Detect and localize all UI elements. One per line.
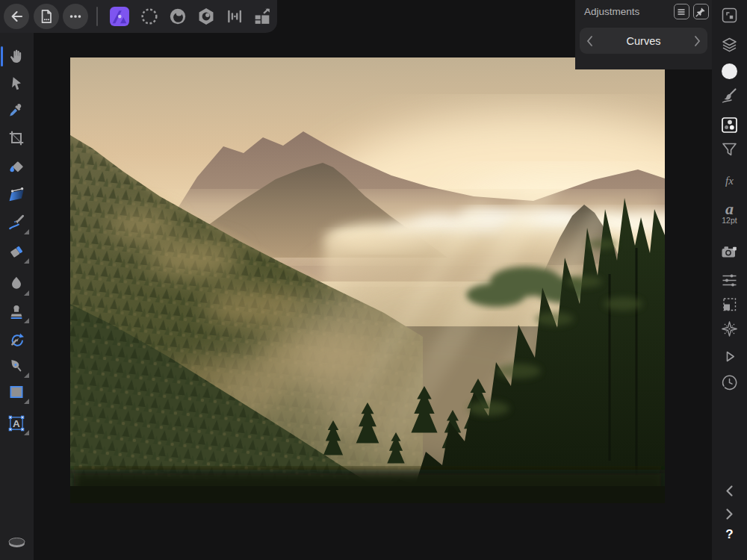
filter-funnel-icon — [719, 140, 740, 160]
crop-icon — [7, 128, 26, 148]
gradient-tool[interactable] — [7, 184, 26, 204]
right-studio-rail: fx a 12pt — [712, 0, 747, 560]
view-tool[interactable] — [7, 46, 26, 66]
help-button[interactable]: ? — [712, 527, 747, 542]
shape-tool[interactable] — [7, 382, 26, 402]
snapping-star-icon — [719, 319, 740, 339]
adjustment-selector[interactable]: Curves — [580, 28, 707, 54]
color-swatch-icon — [719, 61, 740, 81]
liquify-persona[interactable] — [139, 6, 160, 27]
eyedropper-icon — [7, 101, 26, 120]
develop-icon — [167, 6, 188, 27]
hand-icon — [7, 46, 26, 66]
collapse-right-button[interactable] — [719, 504, 740, 524]
subtool-indicator — [24, 258, 29, 264]
vector-pen-tool[interactable] — [7, 356, 26, 376]
play-icon — [719, 346, 740, 367]
chevron-right-icon[interactable] — [693, 34, 701, 48]
adjustments-icon — [719, 115, 740, 135]
undo-brush-tool[interactable] — [7, 330, 26, 349]
subtool-indicator — [24, 399, 29, 404]
chevron-left-icon — [719, 481, 740, 501]
subtool-indicator — [24, 229, 29, 234]
more-button[interactable] — [63, 4, 88, 29]
text-tool-glyph: A — [13, 418, 20, 429]
app-window: A — [0, 0, 747, 560]
text-tool[interactable]: A — [7, 414, 26, 433]
chevron-left-icon[interactable] — [586, 34, 594, 48]
pin-icon — [695, 6, 707, 18]
tone-mapping-persona[interactable] — [196, 6, 217, 27]
layer-fx-panel-button[interactable]: fx — [719, 170, 740, 190]
document-view-icon — [719, 5, 740, 25]
adjustments-menu-button[interactable] — [674, 4, 689, 19]
selections-persona[interactable] — [224, 6, 245, 27]
paint-bucket-icon — [7, 157, 26, 176]
subtool-indicator — [24, 318, 29, 323]
chevron-right-icon — [719, 504, 740, 524]
cursor-arrow-icon — [7, 74, 26, 93]
photo-persona[interactable] — [109, 6, 130, 27]
color-panel-button[interactable] — [719, 61, 740, 81]
fx-label: fx — [725, 175, 734, 187]
color-picker-tool[interactable] — [7, 101, 26, 120]
adjustments-panel-button[interactable] — [719, 115, 740, 135]
document-icon — [37, 7, 56, 26]
sliders-icon — [719, 270, 740, 290]
left-tool-rail: A — [0, 0, 34, 560]
gradient-icon — [7, 184, 26, 204]
develop-persona[interactable] — [167, 6, 188, 27]
history-panel-button[interactable] — [719, 373, 740, 393]
active-tool-indicator — [1, 46, 3, 66]
font-size-label: 12pt — [712, 216, 747, 225]
landscape-photo — [70, 57, 665, 503]
liquify-icon — [139, 6, 160, 27]
layers-icon — [719, 35, 740, 55]
clone-tool[interactable] — [7, 302, 26, 321]
document-menu-button[interactable] — [34, 4, 59, 29]
fx-icon: fx — [719, 170, 740, 190]
undo-brush-icon — [7, 330, 26, 349]
filters-panel-button[interactable] — [719, 140, 740, 160]
selected-adjustment-label: Curves — [627, 35, 661, 47]
blur-tool[interactable] — [7, 274, 26, 293]
ellipsis-icon — [66, 7, 85, 26]
adjustments-panel: Adjustments Curves — [575, 0, 712, 69]
move-tool[interactable] — [7, 74, 26, 93]
panel-pin-button[interactable] — [693, 4, 709, 19]
camera-icon — [719, 242, 740, 262]
affinity-photo-icon — [109, 6, 130, 27]
subtool-indicator — [24, 373, 29, 378]
export-icon — [252, 6, 273, 27]
selections-icon — [224, 6, 245, 27]
crop-tool[interactable] — [7, 128, 26, 148]
collapse-left-button[interactable] — [719, 481, 740, 501]
arrow-left-icon — [7, 7, 26, 26]
document-panel-button[interactable] — [719, 5, 740, 25]
stock-panel-button[interactable] — [719, 242, 740, 262]
toolbar-divider — [96, 7, 98, 26]
subtool-indicator — [24, 290, 29, 296]
snapping-panel-button[interactable] — [719, 319, 740, 339]
paint-brush-tool[interactable] — [7, 213, 26, 232]
channels-panel-button[interactable] — [719, 270, 740, 290]
back-button[interactable] — [4, 4, 29, 29]
layers-panel-button[interactable] — [719, 35, 740, 55]
adjustments-panel-title: Adjustments — [584, 6, 639, 17]
transform-panel-button[interactable] — [719, 294, 740, 314]
flood-fill-tool[interactable] — [7, 157, 26, 176]
macro-panel-button[interactable] — [719, 346, 740, 367]
top-toolbar — [0, 0, 277, 33]
transform-icon — [719, 294, 740, 314]
brushes-panel-button[interactable] — [719, 86, 740, 106]
erase-brush-tool[interactable] — [7, 242, 26, 261]
dial-icon — [7, 536, 26, 548]
history-clock-icon — [719, 373, 740, 393]
document-canvas[interactable] — [70, 57, 665, 503]
tone-mapping-icon — [196, 6, 217, 27]
subtool-indicator — [24, 430, 29, 435]
menu-list-icon — [675, 6, 687, 18]
brush-icon — [719, 86, 740, 106]
export-persona[interactable] — [252, 6, 273, 27]
command-controller[interactable] — [7, 536, 26, 548]
